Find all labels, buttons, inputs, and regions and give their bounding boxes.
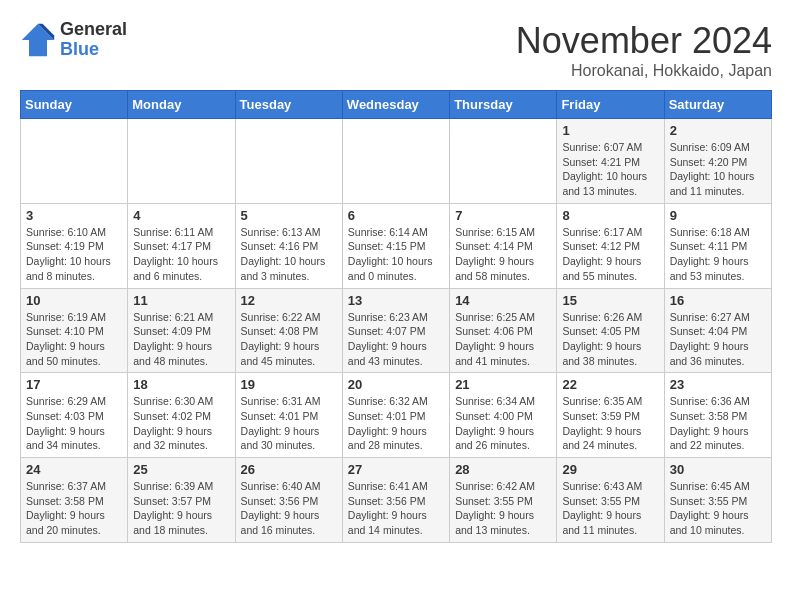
logo: General Blue [20,20,127,60]
calendar-cell: 30Sunrise: 6:45 AM Sunset: 3:55 PM Dayli… [664,458,771,543]
calendar-cell: 8Sunrise: 6:17 AM Sunset: 4:12 PM Daylig… [557,203,664,288]
day-number: 30 [670,462,766,477]
day-number: 17 [26,377,122,392]
calendar-cell: 21Sunrise: 6:34 AM Sunset: 4:00 PM Dayli… [450,373,557,458]
day-info: Sunrise: 6:43 AM Sunset: 3:55 PM Dayligh… [562,479,658,538]
day-number: 12 [241,293,337,308]
day-number: 2 [670,123,766,138]
day-number: 1 [562,123,658,138]
day-info: Sunrise: 6:35 AM Sunset: 3:59 PM Dayligh… [562,394,658,453]
header-sunday: Sunday [21,91,128,119]
calendar-cell [21,119,128,204]
day-info: Sunrise: 6:32 AM Sunset: 4:01 PM Dayligh… [348,394,444,453]
calendar-header: Sunday Monday Tuesday Wednesday Thursday… [21,91,772,119]
day-info: Sunrise: 6:40 AM Sunset: 3:56 PM Dayligh… [241,479,337,538]
day-info: Sunrise: 6:21 AM Sunset: 4:09 PM Dayligh… [133,310,229,369]
calendar-cell: 25Sunrise: 6:39 AM Sunset: 3:57 PM Dayli… [128,458,235,543]
calendar-cell: 9Sunrise: 6:18 AM Sunset: 4:11 PM Daylig… [664,203,771,288]
day-number: 25 [133,462,229,477]
day-number: 10 [26,293,122,308]
day-info: Sunrise: 6:14 AM Sunset: 4:15 PM Dayligh… [348,225,444,284]
day-info: Sunrise: 6:23 AM Sunset: 4:07 PM Dayligh… [348,310,444,369]
calendar-cell: 2Sunrise: 6:09 AM Sunset: 4:20 PM Daylig… [664,119,771,204]
day-number: 3 [26,208,122,223]
logo-text: General Blue [60,20,127,60]
day-info: Sunrise: 6:07 AM Sunset: 4:21 PM Dayligh… [562,140,658,199]
logo-icon [20,22,56,58]
day-info: Sunrise: 6:45 AM Sunset: 3:55 PM Dayligh… [670,479,766,538]
calendar-cell: 4Sunrise: 6:11 AM Sunset: 4:17 PM Daylig… [128,203,235,288]
day-number: 15 [562,293,658,308]
day-number: 7 [455,208,551,223]
calendar-cell [450,119,557,204]
calendar-cell: 14Sunrise: 6:25 AM Sunset: 4:06 PM Dayli… [450,288,557,373]
header-wednesday: Wednesday [342,91,449,119]
calendar-cell [235,119,342,204]
day-info: Sunrise: 6:10 AM Sunset: 4:19 PM Dayligh… [26,225,122,284]
day-number: 11 [133,293,229,308]
calendar-cell: 11Sunrise: 6:21 AM Sunset: 4:09 PM Dayli… [128,288,235,373]
calendar-cell: 12Sunrise: 6:22 AM Sunset: 4:08 PM Dayli… [235,288,342,373]
calendar-cell: 7Sunrise: 6:15 AM Sunset: 4:14 PM Daylig… [450,203,557,288]
day-number: 8 [562,208,658,223]
page-header: General Blue November 2024 Horokanai, Ho… [20,20,772,80]
calendar-week-row: 3Sunrise: 6:10 AM Sunset: 4:19 PM Daylig… [21,203,772,288]
day-number: 14 [455,293,551,308]
day-number: 27 [348,462,444,477]
title-section: November 2024 Horokanai, Hokkaido, Japan [516,20,772,80]
header-tuesday: Tuesday [235,91,342,119]
day-info: Sunrise: 6:42 AM Sunset: 3:55 PM Dayligh… [455,479,551,538]
calendar-cell: 29Sunrise: 6:43 AM Sunset: 3:55 PM Dayli… [557,458,664,543]
day-info: Sunrise: 6:31 AM Sunset: 4:01 PM Dayligh… [241,394,337,453]
day-number: 23 [670,377,766,392]
day-info: Sunrise: 6:17 AM Sunset: 4:12 PM Dayligh… [562,225,658,284]
day-number: 21 [455,377,551,392]
day-info: Sunrise: 6:18 AM Sunset: 4:11 PM Dayligh… [670,225,766,284]
day-info: Sunrise: 6:22 AM Sunset: 4:08 PM Dayligh… [241,310,337,369]
location-subtitle: Horokanai, Hokkaido, Japan [516,62,772,80]
day-number: 22 [562,377,658,392]
day-number: 18 [133,377,229,392]
day-info: Sunrise: 6:36 AM Sunset: 3:58 PM Dayligh… [670,394,766,453]
calendar-week-row: 1Sunrise: 6:07 AM Sunset: 4:21 PM Daylig… [21,119,772,204]
header-monday: Monday [128,91,235,119]
calendar-cell: 15Sunrise: 6:26 AM Sunset: 4:05 PM Dayli… [557,288,664,373]
day-info: Sunrise: 6:13 AM Sunset: 4:16 PM Dayligh… [241,225,337,284]
day-info: Sunrise: 6:39 AM Sunset: 3:57 PM Dayligh… [133,479,229,538]
day-info: Sunrise: 6:11 AM Sunset: 4:17 PM Dayligh… [133,225,229,284]
day-number: 13 [348,293,444,308]
day-info: Sunrise: 6:15 AM Sunset: 4:14 PM Dayligh… [455,225,551,284]
calendar-cell: 24Sunrise: 6:37 AM Sunset: 3:58 PM Dayli… [21,458,128,543]
day-info: Sunrise: 6:26 AM Sunset: 4:05 PM Dayligh… [562,310,658,369]
header-friday: Friday [557,91,664,119]
day-info: Sunrise: 6:19 AM Sunset: 4:10 PM Dayligh… [26,310,122,369]
day-info: Sunrise: 6:29 AM Sunset: 4:03 PM Dayligh… [26,394,122,453]
calendar-week-row: 24Sunrise: 6:37 AM Sunset: 3:58 PM Dayli… [21,458,772,543]
header-saturday: Saturday [664,91,771,119]
day-info: Sunrise: 6:09 AM Sunset: 4:20 PM Dayligh… [670,140,766,199]
calendar-cell: 17Sunrise: 6:29 AM Sunset: 4:03 PM Dayli… [21,373,128,458]
calendar-cell [342,119,449,204]
logo-general-text: General [60,20,127,40]
calendar-cell: 26Sunrise: 6:40 AM Sunset: 3:56 PM Dayli… [235,458,342,543]
calendar-body: 1Sunrise: 6:07 AM Sunset: 4:21 PM Daylig… [21,119,772,543]
calendar-cell: 19Sunrise: 6:31 AM Sunset: 4:01 PM Dayli… [235,373,342,458]
calendar-cell: 5Sunrise: 6:13 AM Sunset: 4:16 PM Daylig… [235,203,342,288]
logo-blue-text: Blue [60,40,127,60]
calendar-cell: 6Sunrise: 6:14 AM Sunset: 4:15 PM Daylig… [342,203,449,288]
day-number: 4 [133,208,229,223]
calendar-cell: 10Sunrise: 6:19 AM Sunset: 4:10 PM Dayli… [21,288,128,373]
day-number: 20 [348,377,444,392]
calendar-cell: 23Sunrise: 6:36 AM Sunset: 3:58 PM Dayli… [664,373,771,458]
day-info: Sunrise: 6:25 AM Sunset: 4:06 PM Dayligh… [455,310,551,369]
calendar-cell: 18Sunrise: 6:30 AM Sunset: 4:02 PM Dayli… [128,373,235,458]
day-number: 9 [670,208,766,223]
day-number: 6 [348,208,444,223]
calendar-week-row: 10Sunrise: 6:19 AM Sunset: 4:10 PM Dayli… [21,288,772,373]
header-row: Sunday Monday Tuesday Wednesday Thursday… [21,91,772,119]
calendar-table: Sunday Monday Tuesday Wednesday Thursday… [20,90,772,543]
day-number: 29 [562,462,658,477]
calendar-cell: 22Sunrise: 6:35 AM Sunset: 3:59 PM Dayli… [557,373,664,458]
day-number: 5 [241,208,337,223]
calendar-cell: 28Sunrise: 6:42 AM Sunset: 3:55 PM Dayli… [450,458,557,543]
